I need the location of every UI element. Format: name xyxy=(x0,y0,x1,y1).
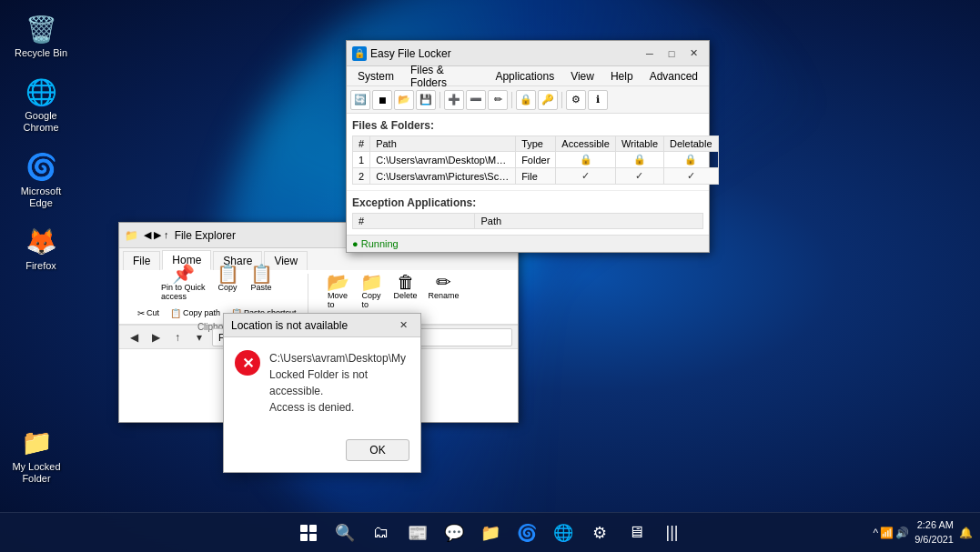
minimize-button[interactable]: ─ xyxy=(640,45,660,62)
chrome-taskbar-button[interactable]: 🌐 xyxy=(547,517,580,549)
paste-button[interactable]: 📋 Paste xyxy=(247,263,277,303)
tb-stop-btn[interactable]: ⏹ xyxy=(372,90,392,110)
menu-applications[interactable]: Applications xyxy=(488,68,561,85)
dialog-close-button[interactable]: ✕ xyxy=(393,317,413,334)
menu-files-folders[interactable]: Files & Folders xyxy=(403,62,486,91)
row1-num: 1 xyxy=(353,152,370,168)
dialog-title: Location is not available xyxy=(231,319,348,332)
dialog-footer: OK xyxy=(224,434,420,472)
tb-save-btn[interactable]: 💾 xyxy=(416,90,436,110)
edge-taskbar-button[interactable]: 🌀 xyxy=(510,517,543,549)
menu-advanced[interactable]: Advanced xyxy=(642,68,705,85)
move-to-button[interactable]: 📂 Moveto xyxy=(323,271,353,311)
logo-cell-3 xyxy=(300,534,308,541)
virtualbox-taskbar-button[interactable]: ||| xyxy=(656,517,689,549)
clock-time: 2:26 AM xyxy=(914,518,954,532)
firefox-icon: 🦊 xyxy=(25,226,57,258)
desktop-icon-chrome[interactable]: 🌐 Google Chrome xyxy=(9,72,73,137)
tray-expand-icon[interactable]: ^ xyxy=(874,527,879,539)
close-button[interactable]: ✕ xyxy=(683,45,703,62)
taskbar: 🔍 🗂 📰 💬 📁 🌀 🌐 ⚙ 🖥 ||| ^ 📶 🔊 2:26 AM 9/6/… xyxy=(0,512,980,552)
tb-settings-btn[interactable]: ⚙ xyxy=(566,90,586,110)
copy-button[interactable]: 📋 Copy xyxy=(213,263,243,303)
col-deletable: Deletable xyxy=(664,136,718,152)
delete-icon: 🗑 xyxy=(397,273,415,291)
file-explorer-taskbar-button[interactable]: 📁 xyxy=(474,517,507,549)
volume-icon[interactable]: 🔊 xyxy=(895,527,909,539)
cut-label: Cut xyxy=(146,308,159,317)
recent-button[interactable]: ▾ xyxy=(190,328,208,346)
rename-icon: ✏ xyxy=(436,273,451,291)
copy-label: Copy xyxy=(218,283,237,292)
fe-title-left: 📁 ◀ ▶ ↑ File Explorer xyxy=(125,229,236,242)
files-table: # Path Type Accessible Writable Deletabl… xyxy=(352,135,719,185)
fe-window-icon: 📁 xyxy=(125,229,138,242)
task-view-button[interactable]: 🗂 xyxy=(365,517,398,549)
maximize-button[interactable]: □ xyxy=(662,45,682,62)
start-button[interactable] xyxy=(292,517,325,549)
tb-lock-btn[interactable]: 🔒 xyxy=(516,90,536,110)
efl-menubar: System Files & Folders Applications View… xyxy=(347,66,709,86)
efl-title-text: Easy File Locker xyxy=(370,47,451,60)
locked-folder-icon: 📁 xyxy=(20,427,53,459)
row1-deletable: 🔒 xyxy=(664,152,718,168)
notification-button[interactable]: 🔔 xyxy=(959,527,973,539)
cut-button[interactable]: ✂ Cut xyxy=(134,306,163,320)
copy-path-button[interactable]: 📋 Copy path xyxy=(167,306,224,320)
copy-to-label: Copyto xyxy=(362,291,381,309)
menu-help[interactable]: Help xyxy=(603,68,641,85)
monitor-taskbar-button[interactable]: 🖥 xyxy=(620,517,652,549)
logo-cell-2 xyxy=(309,525,317,532)
rename-button[interactable]: ✏ Rename xyxy=(425,271,463,311)
copy-to-button[interactable]: 📁 Copyto xyxy=(357,271,387,311)
col-writable: Writable xyxy=(615,136,663,152)
tb-remove-btn[interactable]: ➖ xyxy=(466,90,486,110)
row2-deletable: ✓ xyxy=(664,168,718,185)
row1-accessible: 🔒 xyxy=(556,152,616,168)
system-tray: ^ 📶 🔊 xyxy=(874,527,910,539)
clock-date: 9/6/2021 xyxy=(914,533,954,547)
edge-label: Microsoft Edge xyxy=(13,186,69,209)
chat-button[interactable]: 💬 xyxy=(438,517,470,549)
search-taskbar-button[interactable]: 🔍 xyxy=(328,517,361,549)
widgets-button[interactable]: 📰 xyxy=(401,517,434,549)
fe-back-arrows: ◀ ▶ ↑ xyxy=(144,229,169,241)
delete-button[interactable]: 🗑 Delete xyxy=(390,271,421,311)
logo-cell-1 xyxy=(300,525,308,532)
ribbon-tab-file[interactable]: File xyxy=(123,251,160,270)
tb-open-btn[interactable]: 📂 xyxy=(394,90,414,110)
chrome-icon: 🌐 xyxy=(25,75,57,108)
settings-taskbar-button[interactable]: ⚙ xyxy=(583,517,616,549)
efl-titlebar[interactable]: 🔒 Easy File Locker ─ □ ✕ xyxy=(347,41,709,66)
delete-label: Delete xyxy=(394,291,418,300)
desktop-icon-recycle-bin[interactable]: 🗑️ Recycle Bin xyxy=(9,9,73,63)
table-row[interactable]: 2 C:\Users\avram\Pictures\Screenshots\Sc… xyxy=(353,168,719,185)
tb-new-btn[interactable]: 🔄 xyxy=(350,90,370,110)
menu-system[interactable]: System xyxy=(350,68,401,85)
exception-table: # Path xyxy=(352,213,703,229)
up-button[interactable]: ↑ xyxy=(168,328,187,346)
tb-add-btn[interactable]: ➕ xyxy=(444,90,464,110)
efl-title-left: 🔒 Easy File Locker xyxy=(352,46,451,61)
row1-writable: 🔒 xyxy=(615,152,663,168)
organize-buttons: 📂 Moveto 📁 Copyto 🗑 Delete ✏ xyxy=(323,271,463,311)
menu-view[interactable]: View xyxy=(563,68,601,85)
row2-writable: ✓ xyxy=(615,168,663,185)
efl-status-bar: ● Running xyxy=(347,235,709,252)
desktop-icon-firefox[interactable]: 🦊 Firefox xyxy=(9,222,73,276)
ok-button[interactable]: OK xyxy=(346,439,409,461)
system-clock[interactable]: 2:26 AM 9/6/2021 xyxy=(914,518,954,547)
desktop-icon-edge[interactable]: 🌀 Microsoft Edge xyxy=(9,147,73,213)
pin-to-quick-access-button[interactable]: 📌 Pin to Quickaccess xyxy=(157,263,209,303)
back-button[interactable]: ◀ xyxy=(125,328,143,346)
table-row[interactable]: 1 C:\Users\avram\Desktop\My Locked Folde… xyxy=(353,152,719,168)
tb-edit-btn[interactable]: ✏ xyxy=(488,90,508,110)
tb-unlock-btn[interactable]: 🔑 xyxy=(538,90,558,110)
tb-info-btn[interactable]: ℹ xyxy=(588,90,608,110)
dialog-message: ✕ C:\Users\avram\Desktop\My Locked Folde… xyxy=(235,350,409,416)
paste-icon: 📋 xyxy=(250,265,273,283)
exc-col-path: Path xyxy=(475,214,703,229)
desktop-icon-locked-folder[interactable]: 📁 My LockedFolder xyxy=(5,423,68,488)
forward-button[interactable]: ▶ xyxy=(146,328,165,346)
dialog-titlebar[interactable]: Location is not available ✕ xyxy=(224,314,420,337)
